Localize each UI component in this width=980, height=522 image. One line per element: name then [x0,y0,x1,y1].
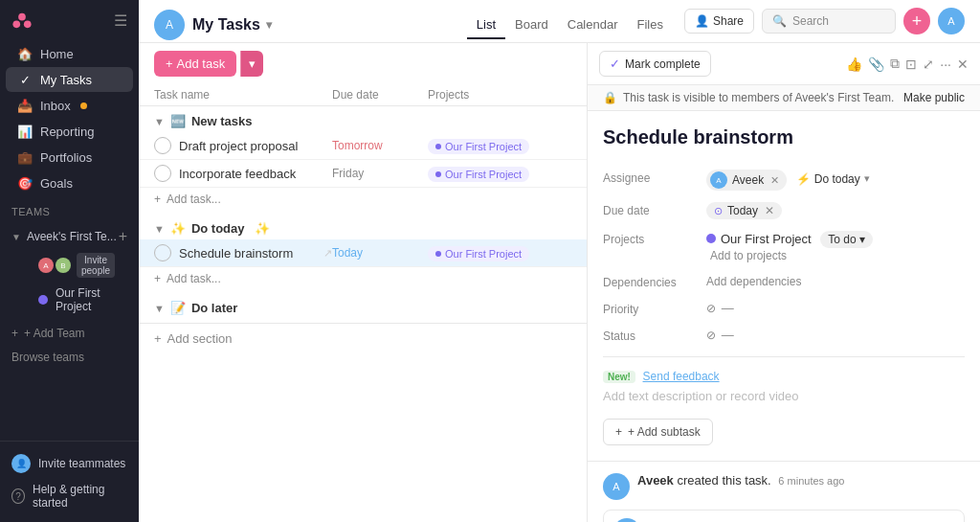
due-date-remove-icon[interactable]: ✕ [765,204,774,217]
section-do-today[interactable]: ▼ ✨ Do today ✨ [139,214,587,239]
team-chevron-icon: ▼ [11,232,21,242]
title-caret-icon[interactable]: ▾ [266,18,272,32]
task-checkbox[interactable] [154,244,171,261]
section-new-tasks[interactable]: ▼ 🆕 New tasks [139,106,587,132]
add-task-label: Add task [177,57,226,71]
help-circle-icon: ? [11,488,25,504]
task-row[interactable]: Incorporate feedback Friday Our First Pr… [139,160,587,188]
col-task-name-header: Task name [154,88,332,102]
sidebar-item-reporting[interactable]: 📊 Reporting [6,119,133,144]
add-dependencies-button[interactable]: Add dependencies [706,275,801,288]
user-avatar-header[interactable]: A [938,8,965,34]
assignee-chip[interactable]: A Aveek ✕ [706,170,787,191]
invite-people-button[interactable]: Invite people [77,253,115,278]
do-today-icon: ✨ [170,221,186,236]
section-collapse-icon[interactable]: ▼ [154,116,165,127]
task-project: Our First Project [428,245,571,261]
task-due-date: Today [332,246,428,260]
mark-complete-button[interactable]: ✓ Mark complete [599,51,711,77]
desc-placeholder[interactable]: Add text description or record video [603,389,965,403]
like-icon[interactable]: 👍 [846,57,862,72]
add-team-member-icon[interactable]: + [119,228,127,245]
more-options-icon[interactable]: ··· [940,57,951,72]
add-task-dropdown-button[interactable]: ▾ [240,51,263,77]
attachment-icon[interactable]: 📎 [868,57,884,72]
dependencies-value: Add dependencies [706,274,965,288]
add-task-inline-today[interactable]: + Add task... [139,267,587,293]
add-subtask-button[interactable]: + + Add subtask [603,419,713,445]
add-new-button[interactable]: + [903,8,930,34]
copy-icon[interactable]: ⧉ [890,56,900,72]
expand-icon[interactable]: ⤢ [923,57,934,72]
page-avatar: A [154,10,185,40]
tab-list[interactable]: List [467,11,505,39]
search-box[interactable]: 🔍 Search [762,9,896,34]
project-pill[interactable]: Our First Project [428,167,529,182]
project-pill[interactable]: Our First Project [428,246,529,261]
assignee-remove-icon[interactable]: ✕ [770,174,779,187]
sidebar-item-our-first-project[interactable]: Our First Project [17,283,122,317]
to-do-label: To do [828,233,856,246]
comment-box: A Ask a question or post an update... 🎙 … [603,510,965,522]
project-pill[interactable]: Our First Project [428,139,529,154]
add-task-inline[interactable]: + Add task... [139,188,587,214]
detail-body: Schedule brainstorm Assignee A Aveek ✕ ⚡… [588,111,980,461]
browse-teams-button[interactable]: Browse teams [0,345,139,370]
add-section-button[interactable]: + Add section [139,323,587,353]
sidebar-nav: 🏠 Home ✓ My Tasks 📥 Inbox 📊 Reporting 💼 … [0,40,139,441]
to-do-chip[interactable]: To do ▾ [820,231,872,248]
add-team-button[interactable]: + + Add Team [0,322,139,345]
priority-field: Priority ⊘ — [603,295,965,322]
add-task-button[interactable]: + Add task [154,51,236,77]
task-checkbox[interactable] [154,165,171,182]
section-collapse-icon[interactable]: ▼ [154,303,165,314]
status-field-value: ⊘ — [706,328,965,342]
search-icon: 🔍 [772,14,787,28]
share-label: Share [713,14,744,28]
desc-feedback-link[interactable]: Send feedback [643,370,720,383]
add-task-plus-icon: + [166,57,173,71]
priority-field-label: Priority [603,301,699,316]
add-to-projects-button[interactable]: Add to projects [710,249,787,262]
make-public-button[interactable]: Make public [903,91,965,104]
help-button[interactable]: ? Help & getting started [0,478,139,514]
detail-topbar: ✓ Mark complete 👍 📎 ⧉ ⊡ ⤢ ··· ✕ [588,43,980,85]
due-date-field: Due date ⊙ Today ✕ [603,196,965,225]
tab-calendar[interactable]: Calendar [558,11,628,39]
share-button[interactable]: 👤 Share [684,9,754,34]
do-later-icon: 📝 [170,301,186,315]
svg-point-1 [12,20,20,28]
sidebar-item-home[interactable]: 🏠 Home [6,41,133,66]
tab-board[interactable]: Board [505,11,558,39]
section-collapse-icon[interactable]: ▼ [154,223,165,235]
project-pill-dot [435,144,441,149]
team-header[interactable]: ▼ Aveek's First Te... + [11,225,127,248]
task-project: Our First Project [428,138,571,154]
tab-files[interactable]: Files [628,11,673,39]
close-icon[interactable]: ✕ [957,57,969,72]
do-today-status-chip[interactable]: ⚡ Do today ▾ [796,172,870,186]
task-expand-icon[interactable]: ↗ [323,247,332,260]
header-left: A My Tasks ▾ [154,10,456,40]
share-icon: 👤 [695,14,709,28]
sidebar-toggle-icon[interactable]: ☰ [114,11,127,30]
teams-section-label: Teams [0,196,139,221]
sidebar-item-goals[interactable]: 🎯 Goals [6,170,133,195]
due-date-chip[interactable]: ⊙ Today ✕ [706,202,782,219]
sidebar-subitem-avatars[interactable]: A B Invite people [17,249,122,282]
sidebar-item-my-tasks[interactable]: ✓ My Tasks [6,67,133,92]
task-row[interactable]: Draft project proposal Tomorrow Our Firs… [139,132,587,160]
task-row-selected[interactable]: Schedule brainstorm ↗ Today Our First Pr… [139,239,587,267]
duplicate-icon[interactable]: ⊡ [905,57,917,72]
sidebar-item-portfolios[interactable]: 💼 Portfolios [6,145,133,170]
invite-teammates-button[interactable]: 👤 Invite teammates [0,449,139,478]
activity-item: A Aveek created this task. 6 minutes ago [603,473,965,500]
sidebar-item-inbox[interactable]: 📥 Inbox [6,93,133,118]
task-due-date: Tomorrow [332,139,428,152]
task-list: + Add task ▾ Task name Due date Projects… [139,43,588,522]
sidebar-item-home-label: Home [40,47,74,61]
section-do-later[interactable]: ▼ 📝 Do later [139,293,587,319]
description-area: New! Send feedback Add text description … [603,365,965,407]
task-checkbox[interactable] [154,137,171,154]
do-today-suffix-icon: ✨ [255,221,270,236]
